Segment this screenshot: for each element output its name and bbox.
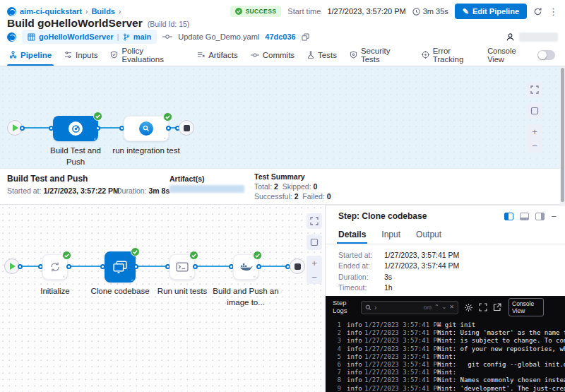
- console-view-button[interactable]: Console View: [509, 298, 544, 316]
- stage-node-build-test-and-push[interactable]: «: [53, 116, 98, 141]
- field-row: Timeout:1h: [338, 283, 558, 294]
- step-node-initialize[interactable]: «: [42, 254, 68, 280]
- start-time-label: Start time: [287, 7, 321, 16]
- ci-stage-icon: [69, 121, 83, 136]
- node-corner-glyph: «: [63, 274, 65, 278]
- edge-dot: [193, 264, 198, 269]
- success-check-icon: [93, 112, 102, 121]
- zoom-out-button[interactable]: −: [307, 270, 322, 284]
- success-check-icon: [189, 251, 198, 260]
- log-timestamp: 1/27/2023 3:57:41 PM: [364, 329, 441, 336]
- log-message: hint: is subject to change. To configure: [437, 337, 565, 344]
- field-label: Ended at:: [338, 261, 384, 270]
- tab-inputs[interactable]: Inputs: [58, 44, 104, 66]
- breadcrumb-project[interactable]: aim-ci-quickstart: [20, 7, 82, 16]
- clone-codebase-icon: [113, 261, 127, 273]
- log-timestamp: 1/27/2023 3:57:41 PM: [364, 361, 441, 368]
- log-search-input[interactable]: › 0/0 ⌃ ⌄ ✕: [361, 301, 458, 314]
- more-options-button[interactable]: ⋮: [549, 7, 558, 16]
- field-value: 1/27/2023, 3:57:41 PM: [384, 251, 459, 259]
- zoom-out-button[interactable]: −: [527, 138, 542, 153]
- step-node-build-and-push[interactable]: «: [233, 254, 258, 280]
- fullscreen-button[interactable]: [527, 82, 542, 97]
- field-value: 1/27/2023, 3:57:44 PM: [384, 261, 459, 270]
- edit-pipeline-button[interactable]: ✎ Edit Pipeline: [455, 4, 527, 19]
- tab-label: Error Tracking: [433, 47, 482, 64]
- field-label: Started at:: [338, 251, 384, 259]
- fit-to-view-button[interactable]: [527, 103, 542, 119]
- log-level: info: [347, 385, 362, 392]
- minimize-panel-icon[interactable]: −: [551, 212, 557, 221]
- zoom-in-button[interactable]: +: [527, 124, 542, 138]
- refresh-button[interactable]: [533, 7, 542, 16]
- tab-details[interactable]: Details: [338, 227, 366, 244]
- step-node-run-unit-tests[interactable]: «: [170, 254, 195, 280]
- log-line-number: 5: [331, 353, 341, 360]
- tab-commits[interactable]: Commits: [244, 44, 301, 66]
- fullscreen-button[interactable]: [307, 213, 322, 229]
- stage-node-run-integration-test[interactable]: «: [124, 116, 169, 141]
- commits-icon: [251, 52, 259, 58]
- source-provider-icon: [7, 32, 16, 42]
- fit-view-icon: [530, 107, 539, 115]
- log-settings-gear-icon[interactable]: [464, 303, 473, 312]
- log-level: info: [347, 369, 362, 376]
- step-node-clone-codebase[interactable]: «: [105, 251, 136, 283]
- repo-branch-pill[interactable]: goHelloWorldServer | main: [22, 30, 157, 44]
- tab-error-tracking[interactable]: Error Tracking: [415, 44, 488, 66]
- console-view-toggle[interactable]: [537, 50, 555, 60]
- log-level: info: [347, 361, 362, 368]
- tab-security-tests[interactable]: Security Tests: [343, 44, 415, 66]
- search-prev-icon[interactable]: ⌃: [434, 304, 439, 310]
- tab-pipeline[interactable]: Pipeline: [3, 44, 58, 66]
- stage-graph-canvas[interactable]: « « Build Test and Push run integration …: [0, 66, 565, 168]
- fit-to-view-button[interactable]: [307, 234, 322, 250]
- failed-value: 0: [327, 192, 331, 201]
- log-line: 3info1/27/2023 3:57:41 PMhint: is subjec…: [326, 337, 565, 345]
- commit-sha-link[interactable]: 47dc036: [265, 32, 295, 41]
- repository-icon: [28, 33, 35, 41]
- log-line-number: 8: [331, 376, 341, 384]
- open-in-new-icon[interactable]: [493, 303, 501, 311]
- layout-right-panel-icon[interactable]: [504, 213, 513, 220]
- zoom-in-button[interactable]: +: [307, 256, 322, 270]
- integration-stage-icon: [139, 121, 153, 136]
- skipped-label: Skipped:: [282, 182, 311, 191]
- tab-artifacts[interactable]: Artifacts: [191, 44, 244, 66]
- artifacts-label: Artifact(s): [170, 174, 205, 183]
- tab-output[interactable]: Output: [416, 227, 441, 244]
- field-row: Ended at:1/27/2023, 3:57:44 PM: [338, 261, 558, 272]
- scrollbar-thumb[interactable]: [561, 68, 564, 202]
- log-line: 1info1/27/2023 3:57:41 PM+ git init: [326, 321, 565, 329]
- log-fullscreen-icon[interactable]: [479, 303, 487, 311]
- tab-input[interactable]: Input: [381, 227, 400, 244]
- step-graph-canvas[interactable]: « « « « Initialize Clone codebase Run un…: [0, 205, 325, 392]
- tab-tests[interactable]: Tests: [301, 44, 343, 66]
- breadcrumb-separator: ›: [85, 8, 88, 16]
- field-value: 1h: [384, 283, 393, 292]
- edit-pipeline-label: Edit Pipeline: [472, 7, 519, 16]
- tab-policy-evaluations[interactable]: Policy Evaluations: [104, 44, 191, 66]
- branch-name: main: [133, 32, 152, 41]
- layout-minimized-panel-icon[interactable]: [535, 213, 545, 220]
- zoom-controls: + −: [527, 124, 542, 153]
- log-line-number: 2: [331, 329, 341, 336]
- tab-label: Policy Evaluations: [121, 47, 184, 64]
- step-node-label: Build and Push an image to...: [212, 286, 280, 308]
- breadcrumb-builds[interactable]: Builds: [91, 7, 115, 16]
- field-label: Duration:: [338, 273, 384, 281]
- log-lines[interactable]: 1info1/27/2023 3:57:41 PM+ git init 2inf…: [326, 321, 565, 392]
- log-level: info: [347, 345, 362, 352]
- search-close-icon[interactable]: ✕: [449, 304, 454, 310]
- log-level: info: [347, 321, 362, 328]
- tab-label: Security Tests: [361, 47, 409, 64]
- zoom-controls: + −: [307, 256, 322, 284]
- search-next-icon[interactable]: ⌄: [442, 304, 447, 310]
- layout-bottom-panel-icon[interactable]: [520, 213, 529, 220]
- artifact-link-redacted[interactable]: [170, 185, 244, 193]
- edge-dot: [133, 264, 138, 269]
- copy-icon[interactable]: [302, 33, 309, 41]
- vertical-scrollbar[interactable]: [560, 66, 565, 205]
- step-panel-tabs: Details Input Output: [326, 227, 565, 244]
- field-label: Timeout:: [338, 283, 384, 292]
